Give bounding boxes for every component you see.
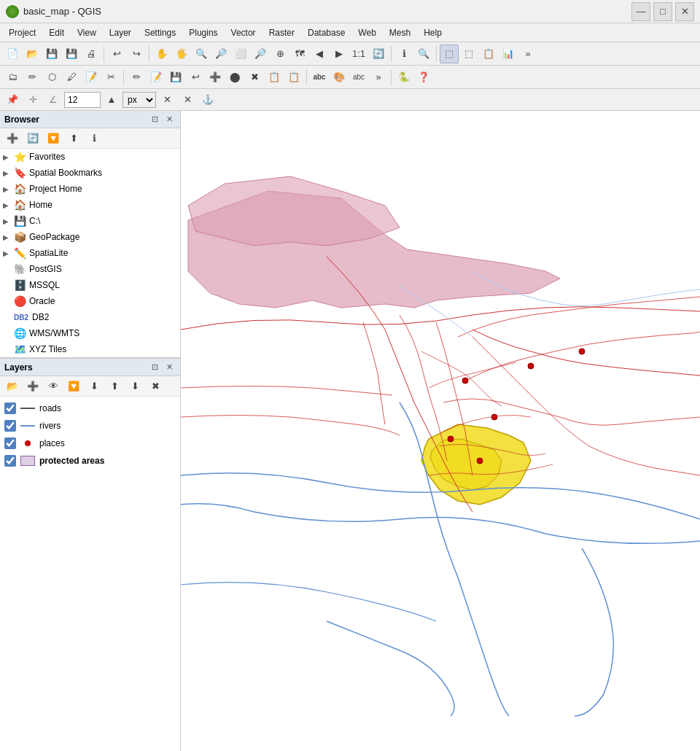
save-edits-btn[interactable]: 💾 [166,68,185,87]
python-console[interactable]: 🐍 [394,68,413,87]
layers-add-btn[interactable]: ➕ [23,377,42,396]
layers-show-all-btn[interactable]: 👁 [44,377,63,396]
menu-vector[interactable]: Vector [225,26,262,39]
select-tool[interactable]: ⬚ [440,44,459,63]
pin-btn[interactable]: 📌 [3,90,22,109]
zoom-out-tool[interactable]: 🔎 [211,44,230,63]
save-project-button[interactable]: 💾 [42,44,61,63]
menu-database[interactable]: Database [302,26,351,39]
print-button[interactable]: 🖨 [82,44,101,63]
menu-view[interactable]: View [71,26,102,39]
menu-help[interactable]: Help [418,26,448,39]
add-ring-btn[interactable]: ⬤ [225,68,244,87]
more-button[interactable]: » [518,44,537,63]
map-area[interactable] [181,111,700,751]
add-feature-btn[interactable]: ➕ [206,68,225,87]
layer-item-places[interactable]: places [0,435,180,452]
browser-item-xyz[interactable]: ▶ 🗺️ XYZ Tiles [0,341,180,357]
identify-tool[interactable]: 🔍 [414,44,433,63]
layers-expand-btn[interactable]: ⬇ [85,377,104,396]
info-button[interactable]: ℹ [394,44,413,63]
pan-native-tool[interactable]: 🖐 [172,44,191,63]
menu-mesh[interactable]: Mesh [384,26,416,39]
layer-protected-checkbox[interactable] [4,455,16,467]
menu-settings[interactable]: Settings [139,26,182,39]
save-as-button[interactable]: 💾 [62,44,81,63]
lock-x-btn[interactable]: ✕ [158,90,176,109]
browser-refresh-btn[interactable]: 🔄 [23,129,42,148]
layer-roads-checkbox[interactable] [4,402,16,414]
browser-float-btn[interactable]: ⊡ [148,113,161,126]
zoom-selection[interactable]: 🔎 [251,44,270,63]
browser-item-c-drive[interactable]: ▶ 💾 C:\ [0,213,180,229]
delete-ring-btn[interactable]: ✖ [245,68,264,87]
lock-y-btn[interactable]: ✕ [178,90,197,109]
digitize-btn[interactable]: ✏ [23,68,42,87]
window-controls[interactable]: — □ ✕ [631,2,694,21]
browser-add-btn[interactable]: ➕ [3,129,22,148]
layers-float-btn[interactable]: ⊡ [148,361,161,374]
edit-vertex[interactable]: 🖊 [62,68,81,87]
more-btn-2[interactable]: » [369,68,388,87]
browser-close-btn[interactable]: ✕ [163,113,176,126]
layer-item-rivers[interactable]: rivers [0,417,180,435]
browser-item-postgis[interactable]: ▶ 🐘 PostGIS [0,261,180,277]
anchor-btn[interactable]: ⚓ [198,90,217,109]
menu-layer[interactable]: Layer [104,26,137,39]
edit-line[interactable]: 📝 [82,68,101,87]
browser-item-bookmarks[interactable]: ▶ 🔖 Spatial Bookmarks [0,165,180,181]
abc-btn-2[interactable]: abc [349,68,368,87]
zoom-prev[interactable]: ◀ [310,44,329,63]
browser-item-geopackage[interactable]: ▶ 📦 GeoPackage [0,229,180,245]
layer-item-roads[interactable]: roads [0,400,180,417]
browser-collapse-btn[interactable]: ⬆ [64,129,83,148]
snap-btn[interactable]: ✛ [23,90,42,109]
layers-close-btn[interactable]: ✕ [163,361,176,374]
browser-item-mssql[interactable]: ▶ 🗄️ MSSQL [0,277,180,293]
font-unit-select[interactable]: px pt mm [122,92,156,108]
statistics-button[interactable]: 📊 [499,44,518,63]
temp-layer-btn[interactable]: 🗂 [3,68,22,87]
close-button[interactable]: ✕ [675,2,694,21]
abc-btn[interactable]: abc [310,68,329,87]
open-project-button[interactable]: 📂 [23,44,42,63]
attributes-button[interactable]: 📋 [479,44,498,63]
zoom-next[interactable]: ▶ [330,44,349,63]
browser-info-btn[interactable]: ℹ [85,129,104,148]
refresh-button[interactable]: 🔄 [369,44,388,63]
layers-header-controls[interactable]: ⊡ ✕ [148,361,176,374]
browser-filter-btn[interactable]: 🔽 [44,129,63,148]
layers-up-btn[interactable]: ⬆ [105,377,124,396]
browser-item-favorites[interactable]: ▶ ⭐ Favorites [0,149,180,165]
undo-button[interactable]: ↩ [107,44,126,63]
maximize-button[interactable]: □ [653,2,672,21]
font-size-up[interactable]: ▲ [102,90,121,109]
zoom-in-tool[interactable]: 🔍 [192,44,211,63]
browser-item-home[interactable]: ▶ 🏠 Home [0,197,180,213]
new-project-button[interactable]: 📄 [3,44,22,63]
edit-btn-2[interactable]: 📝 [147,68,166,87]
zoom-all[interactable]: 🗺 [290,44,309,63]
layers-filter-btn[interactable]: 🔽 [64,377,83,396]
deselect-tool[interactable]: ⬚ [459,44,478,63]
layers-open-btn[interactable]: 📂 [3,377,22,396]
pencil-btn[interactable]: ✏ [127,68,146,87]
split-parts[interactable]: ✂ [101,68,120,87]
browser-item-oracle[interactable]: ▶ 🔴 Oracle [0,293,180,309]
layers-down-btn[interactable]: ⬇ [125,377,144,396]
browser-item-wms[interactable]: ▶ 🌐 WMS/WMTS [0,325,180,341]
browser-item-spatialite[interactable]: ▶ ✏️ SpatiaLite [0,245,180,261]
font-size-input[interactable]: 12 [64,92,101,108]
menu-edit[interactable]: Edit [43,26,70,39]
paste-btn[interactable]: 📋 [284,68,303,87]
layer-rivers-checkbox[interactable] [4,420,16,432]
menu-web[interactable]: Web [352,26,381,39]
browser-item-db2[interactable]: ▶ DB2 DB2 [0,309,180,325]
layer-item-protected-areas[interactable]: protected areas [0,452,180,470]
browser-item-project-home[interactable]: ▶ 🏠 Project Home [0,181,180,197]
redo-button[interactable]: ↪ [127,44,146,63]
rollback-btn[interactable]: ↩ [186,68,205,87]
color-btn[interactable]: 🎨 [330,68,349,87]
browser-header-controls[interactable]: ⊡ ✕ [148,113,176,126]
menu-project[interactable]: Project [3,26,42,39]
